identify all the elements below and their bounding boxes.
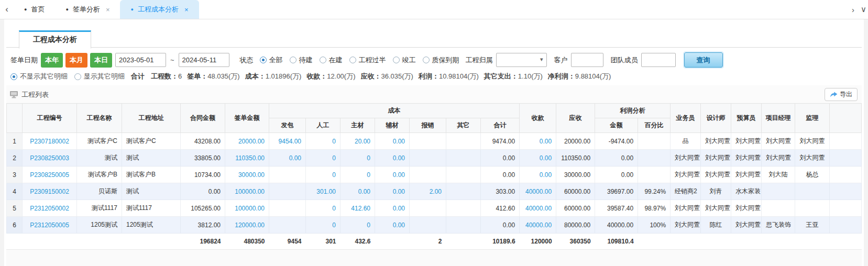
cell[interactable]: 0	[340, 167, 375, 183]
cell[interactable]: 0	[340, 217, 375, 234]
cell: 刘大同萱	[731, 150, 762, 167]
tab-label: 工程成本分析	[138, 5, 179, 14]
cell[interactable]: 0.00	[520, 167, 556, 183]
project-code-link[interactable]: P2307180002	[23, 133, 77, 150]
detail-toggle-option-1[interactable]: 显示其它明细	[74, 72, 125, 81]
tab-home[interactable]: ● 首页	[14, 0, 55, 19]
cell[interactable]: 20000.00	[225, 133, 269, 150]
cell[interactable]: 0.00	[375, 183, 410, 200]
cell[interactable]: 0.00	[375, 200, 410, 217]
cell[interactable]: 0.00	[375, 217, 410, 234]
page-tab-project-cost-analysis[interactable]: 工程成本分析	[19, 30, 91, 49]
cell[interactable]: 2.00	[410, 183, 446, 200]
cell[interactable]: 0.00	[269, 150, 306, 167]
cell[interactable]: 100000.00	[225, 183, 269, 200]
quick-range-button-1[interactable]: 本月	[65, 53, 87, 68]
cell	[410, 150, 446, 167]
cell[interactable]: 120000.00	[225, 217, 269, 234]
tab-label: 首页	[31, 5, 45, 14]
cell	[269, 167, 306, 183]
cell: 测试客户B	[122, 167, 181, 183]
total-cell	[375, 234, 410, 250]
query-button[interactable]: 查询	[684, 52, 723, 68]
cell[interactable]: 0	[306, 133, 340, 150]
cell[interactable]: 0	[306, 200, 340, 217]
cell	[269, 217, 306, 234]
cell[interactable]: 20.00	[340, 133, 375, 150]
project-code-link[interactable]: P2312050002	[23, 200, 77, 217]
scroll-tabs-left-icon[interactable]: ‹	[0, 0, 14, 19]
totals-row: 1968244803509454301432.6210189.612000036…	[7, 234, 862, 250]
tab-dot-icon: ●	[24, 7, 27, 12]
project-code-link[interactable]: P2308250003	[23, 150, 77, 167]
cell[interactable]: 0.00	[520, 150, 556, 167]
cell[interactable]: 0.00	[340, 183, 375, 200]
status-option-1[interactable]: 待建	[290, 56, 313, 65]
tab-dot-icon: ●	[130, 7, 133, 12]
cell: 王亚	[795, 217, 830, 234]
project-ownership-select[interactable]: ▾	[496, 53, 547, 67]
export-button[interactable]: 导出	[825, 88, 858, 101]
status-option-5[interactable]: 质保到期	[423, 56, 459, 65]
table-row: 1P2307180002测试客户C测试客户C43208.0020000.0094…	[7, 133, 862, 150]
cell[interactable]: 0.00	[375, 150, 410, 167]
tab-menu-icon[interactable]: ∨	[861, 5, 866, 14]
list-section-header: 工程列表 导出	[6, 85, 862, 103]
cell[interactable]: 40000.00	[520, 183, 556, 200]
cell[interactable]: 0	[306, 217, 340, 234]
close-tab-icon[interactable]: ×	[184, 6, 189, 14]
date-from-input[interactable]	[115, 53, 166, 67]
cell: -9474.00	[595, 133, 638, 150]
cell[interactable]: 30000.00	[225, 167, 269, 183]
cell: 测试1117	[77, 200, 122, 217]
status-option-4[interactable]: 竣工	[393, 56, 416, 65]
tab-sign-analysis[interactable]: ● 签单分析 ×	[55, 0, 120, 19]
tab-project-cost-analysis[interactable]: ● 工程成本分析 ×	[120, 0, 199, 19]
status-option-2[interactable]: 在建	[320, 56, 343, 65]
col-group-cost: 成本	[269, 104, 520, 118]
cell	[410, 133, 446, 150]
cell[interactable]: 0	[340, 150, 375, 167]
scroll-tabs-right-icon[interactable]: ›	[852, 5, 854, 14]
cell: 110350.00	[556, 150, 595, 167]
cell: 0.00	[481, 167, 520, 183]
date-to-input[interactable]	[179, 53, 229, 67]
col-header-project-manager: 项目经理	[762, 104, 795, 133]
col-header-main-material: 主材	[340, 118, 375, 133]
radio-label: 不显示其它明细	[20, 72, 68, 81]
customer-input[interactable]	[571, 53, 603, 67]
detail-toggle-option-0[interactable]: 不显示其它明细	[10, 72, 68, 81]
cell[interactable]: 100000.00	[225, 200, 269, 217]
page-tab-strip: 工程成本分析	[6, 30, 862, 48]
cell[interactable]: 0	[306, 150, 340, 167]
status-option-0[interactable]: 全部	[260, 56, 283, 65]
cell[interactable]: 40000.00	[520, 217, 556, 234]
team-member-input[interactable]	[641, 53, 676, 67]
close-tab-icon[interactable]: ×	[106, 6, 110, 14]
cell[interactable]: 0.00	[375, 133, 410, 150]
cell[interactable]: 0.00	[520, 133, 556, 150]
cell[interactable]: 412.60	[340, 200, 375, 217]
cell[interactable]: 0.00	[375, 167, 410, 183]
cell[interactable]: 301.00	[306, 183, 340, 200]
cell[interactable]: 9454.00	[269, 133, 306, 150]
radio-label: 全部	[269, 56, 283, 65]
radio-icon	[320, 57, 326, 63]
quick-range-button-0[interactable]: 本年	[41, 53, 63, 68]
content-panel: 工程成本分析 签单日期 本年本月本日 ~ 状态 全部待建在建工程过半竣工质保到期…	[4, 19, 864, 266]
project-code-link[interactable]: P2308250005	[23, 167, 77, 183]
project-code-link[interactable]: P2309150002	[23, 183, 77, 200]
project-code-link[interactable]: P2312050005	[23, 217, 77, 234]
quick-range-button-2[interactable]: 本日	[90, 53, 112, 68]
total-cell	[795, 234, 830, 250]
cell[interactable]: 0	[306, 167, 340, 183]
cell: 刘大同萱	[701, 150, 731, 167]
summary-item: 应收：36.035(万)	[361, 72, 413, 81]
cell: 刘青	[701, 183, 731, 200]
cell: 30000.00	[556, 167, 595, 183]
cell: 60000.00	[556, 183, 595, 200]
cell[interactable]: 40000.00	[520, 200, 556, 217]
col-header-profit-percent: 百分比	[638, 118, 671, 133]
cell[interactable]: 110350.00	[225, 150, 269, 167]
status-option-3[interactable]: 工程过半	[349, 56, 386, 65]
